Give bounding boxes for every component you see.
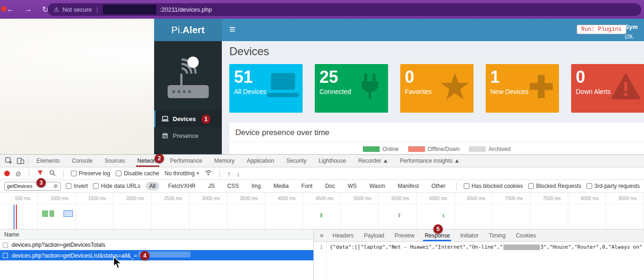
legend-offline-down[interactable]: Offline/Down bbox=[408, 146, 460, 152]
sidebar-item-label: Devices bbox=[173, 115, 196, 122]
search-icon[interactable] bbox=[49, 170, 56, 178]
request-checkbox[interactable] bbox=[3, 253, 8, 258]
checkbox-label: 3rd-party requests bbox=[594, 183, 640, 189]
filter-pill-wasm[interactable]: Wasm bbox=[366, 182, 389, 190]
details-tab-cookies[interactable]: Cookies bbox=[510, 230, 541, 241]
filter-pill-media[interactable]: Media bbox=[269, 182, 292, 190]
details-tab-preview[interactable]: Preview bbox=[389, 230, 420, 241]
network-conditions-icon[interactable] bbox=[205, 170, 212, 177]
export-har-icon[interactable]: ↓ bbox=[237, 170, 241, 177]
filter-pill-doc[interactable]: Doc bbox=[321, 182, 339, 190]
has-blocked-cookies-checkbox[interactable]: Has blocked cookies bbox=[464, 183, 523, 189]
stat-connected[interactable]: 25 Connected bbox=[315, 64, 388, 113]
legend-label: Online bbox=[382, 146, 399, 152]
annotation-badge-1: 1 bbox=[201, 115, 211, 124]
request-activity-bar bbox=[443, 214, 444, 217]
record-network-log-icon[interactable] bbox=[4, 171, 10, 176]
stat-favorites[interactable]: 0 Favorites bbox=[400, 64, 474, 113]
disable-cache-checkbox[interactable]: Disable cache bbox=[116, 170, 159, 177]
filter-pill-fetch-xhr[interactable]: Fetch/XHR bbox=[164, 182, 199, 190]
legend-swatch bbox=[408, 146, 425, 152]
user-name: Sym bbox=[625, 23, 637, 30]
legend-archived[interactable]: Archived bbox=[469, 146, 510, 152]
filter-pill-manifest[interactable]: Manifest bbox=[394, 182, 422, 190]
devtools-tab-elements[interactable]: Elements bbox=[30, 155, 66, 167]
filter-pill-img[interactable]: Img bbox=[248, 182, 264, 190]
timeline-tick: 1500 ms bbox=[76, 193, 113, 229]
address-bar[interactable]: ⚠ Not secure | :20211/devices.php bbox=[48, 3, 641, 16]
details-tab-payload[interactable]: Payload bbox=[359, 230, 389, 241]
requests-name-header[interactable]: Name bbox=[0, 230, 313, 240]
filter-pill-all[interactable]: All bbox=[146, 182, 159, 190]
details-tab-initiator[interactable]: Initiator bbox=[455, 230, 483, 241]
invert-checkbox[interactable]: Invert bbox=[66, 183, 88, 189]
hide-data-urls-checkbox[interactable]: Hide data URLs bbox=[93, 183, 141, 189]
timeline-tick: 5000 ms bbox=[341, 193, 379, 229]
redacted-response bbox=[503, 244, 540, 250]
legend-online[interactable]: Online bbox=[363, 146, 399, 152]
filter-value: getDevices bbox=[7, 183, 32, 189]
timeline-tick: 8500 ms bbox=[606, 193, 644, 229]
devtools-tab-lighthouse[interactable]: Lighthouse bbox=[312, 155, 352, 167]
request-checkbox[interactable] bbox=[3, 243, 8, 248]
checkbox-box bbox=[66, 183, 71, 189]
sidebar-item-label: Presence bbox=[173, 132, 198, 139]
throttling-dropdown[interactable]: No throttling ▾ bbox=[164, 170, 199, 177]
sidebar-toggle-icon[interactable]: ≡ bbox=[229, 23, 235, 36]
inspect-element-icon[interactable] bbox=[3, 157, 14, 165]
filter-pill-other[interactable]: Other bbox=[428, 182, 449, 190]
chevron-down-icon: ▾ bbox=[197, 171, 199, 176]
devtools-tab-recorder[interactable]: Recorder bbox=[352, 155, 394, 167]
timeline-tick: 5500 ms bbox=[379, 193, 417, 229]
logo-bold: Alert bbox=[183, 25, 205, 36]
filter-pill-font[interactable]: Font bbox=[297, 182, 316, 190]
filter-pill-ws[interactable]: WS bbox=[344, 182, 361, 190]
devtools-tab-console[interactable]: Console bbox=[66, 155, 99, 167]
clear-network-log-icon[interactable]: ⊘ bbox=[15, 170, 21, 177]
not-secure-warning-icon: ⚠ bbox=[54, 6, 59, 13]
back-icon[interactable]: ← bbox=[7, 5, 14, 14]
redacted-host bbox=[103, 5, 156, 14]
stat-down-alerts[interactable]: 0 Down Alerts bbox=[571, 64, 644, 113]
filter-icon[interactable] bbox=[37, 170, 43, 177]
sidebar-item-presence[interactable]: Presence bbox=[154, 127, 222, 144]
stat-all-devices[interactable]: 51 All Devices bbox=[229, 64, 303, 113]
response-text: 3","House","Router",0,"Always on" bbox=[540, 244, 643, 250]
filter-pill-js[interactable]: JS bbox=[205, 182, 219, 190]
app-top-navbar: ≡ Run: Plugins Sym (28, bbox=[222, 19, 644, 41]
devtools-tab-security[interactable]: Security bbox=[280, 155, 312, 167]
response-viewer[interactable]: 1 {"data":[["laptop","Net - Huawei","Int… bbox=[314, 242, 644, 280]
clear-filter-icon[interactable]: ⊗ bbox=[53, 183, 58, 189]
forward-icon[interactable]: → bbox=[24, 5, 32, 14]
page-title: Devices bbox=[229, 45, 644, 58]
preserve-log-checkbox[interactable]: Preserve log bbox=[71, 170, 110, 177]
device-toolbar-icon[interactable] bbox=[14, 157, 26, 165]
recording-indicator-icon bbox=[1, 6, 7, 12]
devtools-tab-memory[interactable]: Memory bbox=[208, 155, 241, 167]
sidebar-item-devices[interactable]: Devices bbox=[154, 110, 222, 127]
devtools-tab-performance-insights[interactable]: Performance insights bbox=[394, 155, 465, 167]
navbar-user-info[interactable]: Sym (28, bbox=[625, 22, 644, 41]
filter-pill-css[interactable]: CSS bbox=[224, 182, 243, 190]
filter-input[interactable]: getDevices ⊗ bbox=[4, 182, 61, 191]
pialert-logo[interactable]: Pi.Alert bbox=[154, 19, 222, 41]
details-tab-timing[interactable]: Timing bbox=[484, 230, 511, 241]
annotation-badge-5: 5 bbox=[433, 224, 443, 234]
request-row-selected[interactable]: devices.php?action=getDevicesList&status… bbox=[0, 250, 313, 260]
checkbox-box bbox=[71, 171, 77, 176]
import-har-icon[interactable]: ↑ bbox=[227, 170, 231, 177]
devtools-tab-performance[interactable]: Performance bbox=[164, 155, 208, 167]
devtools-tab-application[interactable]: Application bbox=[241, 155, 280, 167]
close-icon[interactable]: × bbox=[316, 231, 327, 239]
stat-new-devices[interactable]: 1 New Devices bbox=[486, 64, 559, 113]
blocked-requests-checkbox[interactable]: Blocked Requests bbox=[528, 183, 581, 189]
run-plugins-button[interactable]: Run: Plugins bbox=[577, 25, 626, 34]
devtools-tab-sources[interactable]: Sources bbox=[99, 155, 131, 167]
devtools-tabbar: Elements Console Sources Network Perform… bbox=[0, 155, 644, 167]
request-row[interactable]: devices.php?action=getDevicesTotals bbox=[0, 240, 313, 250]
third-party-requests-checkbox[interactable]: 3rd-party requests bbox=[587, 183, 640, 189]
checkbox-box bbox=[93, 183, 99, 189]
details-tab-headers[interactable]: Headers bbox=[327, 230, 359, 241]
network-overview-timeline[interactable]: 500 ms 1000 ms 1500 ms 2000 ms 2500 ms 3… bbox=[0, 193, 644, 230]
logo-prefix: Pi. bbox=[171, 25, 183, 36]
